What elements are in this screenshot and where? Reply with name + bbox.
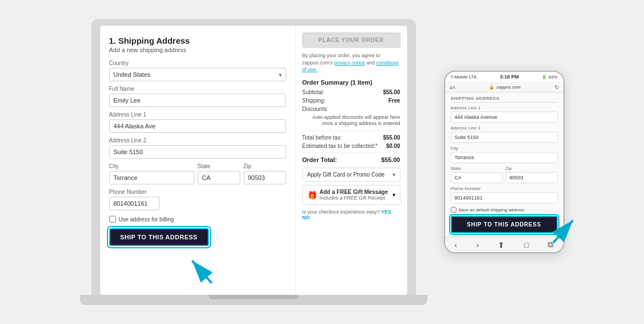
phone-zip-field: Zip [506,163,558,183]
city-input[interactable] [109,171,194,184]
address2-label: Address Line 2 [109,137,286,144]
discounts-row: Discounts: [302,106,400,112]
phone-ship-arrow [550,215,581,248]
total-label: Order Total: [302,156,337,163]
carrier-text: T-Mobile LTE [451,75,477,80]
est-tax-value: $0.00 [386,143,400,149]
country-select[interactable]: United States [109,68,286,81]
phone-status-bar: T-Mobile LTE 3:16 PM 🔋 62% [445,72,563,82]
status-carrier: T-Mobile LTE [451,75,477,80]
feedback-no-link[interactable]: NO [302,215,310,220]
phone-bottom-nav: ‹ › ⬆ □ ⧉ [445,237,563,252]
privacy-link[interactable]: privacy notice [334,60,365,66]
city-field: City [109,159,194,184]
back-icon[interactable]: ‹ [455,240,458,249]
phone-default-checkbox-row: Save as default shipping address [451,207,558,212]
phone-label: Phone Number [109,189,286,195]
order-summary: PLACE YOUR ORDER By placing your order, … [295,26,407,295]
address1-input[interactable] [109,119,286,133]
phone-ship-button[interactable]: SHIP TO THIS ADDRESS [451,216,558,233]
shipping-label: Shipping: [302,98,326,104]
gift-arrow-icon: ▾ [393,192,395,198]
phone-phone-label: Phone Number [451,186,558,191]
promo-arrow-icon: ▾ [393,172,395,178]
address2-input[interactable] [109,145,286,159]
fullname-label: Full Name [109,86,286,92]
phone-section-title: SHIPPING ADDRESS [451,96,558,103]
phone-state-input[interactable] [451,172,503,183]
forward-icon[interactable]: › [477,240,479,249]
gift-icon-area: 🎁 Add a FREE Gift Message Includes a FRE… [307,189,388,201]
country-select-wrapper: United States [109,68,286,81]
phone-state-field: State [451,163,503,183]
place-order-button[interactable]: PLACE YOUR ORDER [302,33,400,48]
phone-address1-input[interactable] [451,112,558,123]
feedback-yes-link[interactable]: YES [381,209,391,215]
battery-pct: 62% [548,75,557,80]
phone-default-label: Save as default shipping address [459,207,525,212]
state-input[interactable] [198,171,240,184]
svg-line-1 [192,261,212,283]
phone-device: T-Mobile LTE 3:16 PM 🔋 62% aA 🔒 zappos.c… [444,71,564,253]
shipping-row: Shipping: Free [302,98,400,104]
phone-city-input[interactable] [451,152,558,163]
browser-url[interactable]: 🔒 zappos.com [489,85,520,90]
billing-checkbox[interactable] [109,216,116,223]
ship-button-arrow [184,252,217,288]
status-time: 3:16 PM [500,74,519,80]
battery-icon: 🔋 [542,75,547,80]
zip-field: Zip [244,159,286,184]
promo-section[interactable]: Apply Gift Card or Promo Code ▾ [302,168,400,182]
phone-state-label: State [451,166,503,171]
gift-title: Add a FREE Gift Message [320,189,388,195]
feedback-text: Is your checkout experience easy? [302,209,380,215]
phone-state-zip-row: State Zip [451,163,558,183]
country-label: Country [109,60,286,66]
phone-zip-input[interactable] [506,172,558,183]
city-label: City [109,163,194,169]
phone-default-checkbox[interactable] [451,207,456,212]
divider [302,131,400,131]
phone-phone-input[interactable] [451,192,558,203]
shipping-value: Free [388,98,400,104]
form-subtitle: Add a new shipping address [109,47,286,53]
est-tax-label: Estimated tax to be collected:* [302,143,378,149]
phone-address2-input[interactable] [451,132,558,143]
discounts-label: Discounts: [302,106,329,112]
tax-label: Total before tax: [302,135,342,141]
subtotal-row: Subtotal: $55.00 [302,89,400,95]
reload-icon[interactable]: ↻ [554,84,559,90]
terms-text: By placing your order, you agree to zapp… [302,52,400,73]
gift-text-area: Add a FREE Gift Message Includes a FREE … [320,189,388,201]
divider-2 [302,152,400,153]
zip-label: Zip [244,163,286,169]
gift-section[interactable]: 🎁 Add a FREE Gift Message Includes a FRE… [302,185,400,205]
gift-icon: 🎁 [307,191,317,200]
fullname-input[interactable] [109,94,286,107]
phone-screen: T-Mobile LTE 3:16 PM 🔋 62% aA 🔒 zappos.c… [444,71,564,253]
form-title: 1. Shipping Address [109,36,286,45]
total-value: $55.00 [381,156,400,163]
zip-input[interactable] [244,171,286,184]
phone-form-content: SHIPPING ADDRESS Address Line 1 Address … [445,92,563,237]
browser-aa-label: aA [450,85,456,90]
laptop-device: 1. Shipping Address Add a new shipping a… [80,19,427,305]
bookmarks-icon[interactable]: □ [524,240,529,249]
ship-to-address-button[interactable]: SHIP TO THIS ADDRESS [109,228,209,246]
share-icon[interactable]: ⬆ [498,240,505,249]
summary-title: Order Summary (1 Item) [302,79,400,86]
laptop-screen: 1. Shipping Address Add a new shipping a… [91,19,416,295]
address1-label: Address Line 1 [109,112,286,118]
subtotal-value: $55.00 [383,89,400,95]
subtotal-label: Subtotal: [302,89,324,95]
lock-icon: 🔒 [489,85,494,90]
gift-subtitle: Includes a FREE Gift Receipt [320,195,388,201]
laptop-content: 1. Shipping Address Add a new shipping a… [100,26,407,295]
state-field: State [198,159,240,184]
tax-value: $55.00 [383,135,400,141]
phone-address2-label: Address Line 2 [451,126,558,131]
url-text: zappos.com [496,85,520,90]
phone-input[interactable] [109,197,160,210]
phone-address1-label: Address Line 1 [451,105,558,110]
phone-city-label: City [451,146,558,151]
